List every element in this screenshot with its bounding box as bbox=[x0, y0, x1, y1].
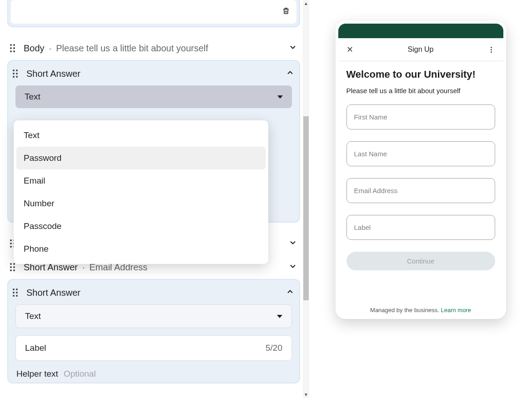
chevron-down-icon[interactable] bbox=[288, 238, 297, 249]
caret-down-icon bbox=[277, 95, 283, 99]
block-title: Short Answer bbox=[26, 69, 80, 79]
footer-text: Managed by the business. bbox=[370, 307, 439, 313]
block-title: Short Answer bbox=[26, 288, 80, 298]
preview-panel: ✕ Sign Up Welcome to our University! Ple… bbox=[309, 0, 532, 398]
dropdown-option-email[interactable]: Email bbox=[16, 169, 266, 192]
char-counter: 5/20 bbox=[266, 343, 282, 353]
preview-field-last-name[interactable]: Last Name bbox=[346, 141, 495, 166]
builder-block-short-answer-2: Short Answer Text Label 5/20 Helper text… bbox=[7, 279, 300, 383]
select-value: Text bbox=[25, 92, 40, 102]
chevron-up-icon[interactable] bbox=[286, 287, 295, 298]
dropdown-option-passcode[interactable]: Passcode bbox=[16, 215, 266, 238]
caret-down-icon bbox=[277, 315, 282, 318]
scrollbar-thumb[interactable] bbox=[303, 116, 309, 300]
chevron-up-icon[interactable] bbox=[286, 68, 295, 79]
row-subtitle: Please tell us a little bit about yourse… bbox=[56, 43, 208, 54]
learn-more-link[interactable]: Learn more bbox=[441, 307, 471, 313]
helper-text-optional: Optional bbox=[64, 369, 96, 379]
selected-block-top bbox=[7, 0, 300, 27]
preview-sheet: ✕ Sign Up Welcome to our University! Ple… bbox=[338, 38, 503, 319]
dropdown-option-text[interactable]: Text bbox=[16, 124, 266, 147]
helper-text-label: Helper text bbox=[16, 369, 58, 379]
input-type-dropdown: Text Password Email Number Passcode Phon… bbox=[14, 120, 268, 264]
label-input[interactable]: Label 5/20 bbox=[15, 335, 292, 361]
dropdown-option-phone[interactable]: Phone bbox=[16, 238, 266, 260]
chevron-down-icon[interactable] bbox=[288, 43, 297, 54]
drag-handle-icon[interactable] bbox=[13, 70, 21, 78]
builder-panel: Body · Please tell us a little bit about… bbox=[0, 0, 309, 398]
scrollbar-track[interactable]: ▲ ▼ bbox=[303, 0, 309, 398]
sheet-title: Sign Up bbox=[408, 45, 434, 54]
welcome-subtitle: Please tell us a little bit about yourse… bbox=[346, 87, 495, 95]
drag-handle-icon[interactable] bbox=[10, 44, 18, 52]
input-type-select[interactable]: Text bbox=[15, 85, 292, 108]
trash-icon[interactable] bbox=[282, 6, 290, 17]
kebab-icon[interactable] bbox=[487, 46, 496, 54]
dropdown-option-number[interactable]: Number bbox=[16, 192, 266, 215]
row-title: Body bbox=[24, 43, 45, 54]
phone-header-bg bbox=[338, 24, 503, 38]
preview-field-first-name[interactable]: First Name bbox=[346, 104, 495, 129]
drag-handle-icon[interactable] bbox=[10, 263, 18, 271]
scroll-down-icon[interactable]: ▼ bbox=[304, 392, 308, 397]
preview-field-email[interactable]: Email Address bbox=[346, 178, 495, 203]
close-icon[interactable]: ✕ bbox=[346, 45, 355, 55]
preview-footer: Managed by the business. Learn more bbox=[338, 305, 503, 319]
helper-text-row: Helper text Optional bbox=[13, 361, 295, 379]
phone-frame: ✕ Sign Up Welcome to our University! Ple… bbox=[336, 21, 506, 319]
continue-button[interactable]: Continue bbox=[346, 252, 495, 270]
builder-row-body[interactable]: Body · Please tell us a little bit about… bbox=[7, 36, 300, 60]
dropdown-option-password[interactable]: Password bbox=[16, 147, 266, 169]
input-type-select-2[interactable]: Text bbox=[15, 304, 292, 328]
select-value: Text bbox=[25, 311, 41, 321]
label-input-value: Label bbox=[25, 343, 46, 353]
drag-handle-icon[interactable] bbox=[13, 289, 21, 297]
preview-field-label[interactable]: Label bbox=[346, 215, 495, 240]
welcome-heading: Welcome to our University! bbox=[346, 69, 495, 80]
scroll-up-icon[interactable]: ▲ bbox=[304, 1, 308, 6]
chevron-down-icon[interactable] bbox=[288, 262, 297, 273]
